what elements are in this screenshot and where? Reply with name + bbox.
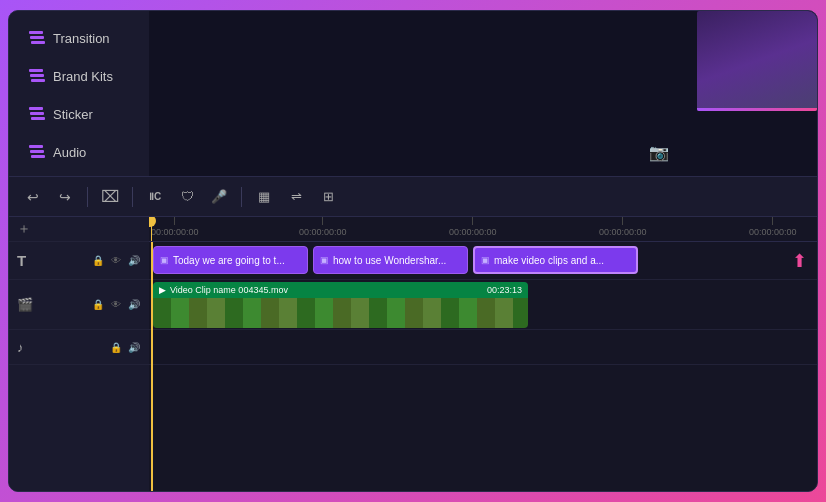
video-clip-header: ▶ Video Clip name 004345.mov 00:23:13 [153, 282, 528, 298]
brand-kits-icon [29, 68, 45, 84]
sidebar-item-brand-kits[interactable]: Brand Kits [15, 58, 143, 94]
timeline-content: 00:00:00:00 00:00:00:00 00:00:00:00 00:0… [149, 217, 817, 491]
video-clip-name: Video Clip name 004345.mov [170, 285, 288, 295]
video-track-audio[interactable]: 🔊 [127, 298, 141, 312]
crop-button[interactable]: ⌧ [96, 183, 124, 211]
playhead-line [151, 242, 153, 491]
video-track-label: 🎬 🔒 👁 🔊 [9, 280, 149, 330]
video-clip-play-icon: ▶ [159, 285, 166, 295]
video-clip-frames [153, 298, 528, 328]
subtitle-clip-3-icon: ▣ [481, 255, 490, 265]
layout-button[interactable]: ▦ [250, 183, 278, 211]
ruler-label-1: 00:00:00:00 [299, 227, 347, 237]
audio-track-lock[interactable]: 🔒 [109, 340, 123, 354]
copy-button[interactable]: ⊞ [314, 183, 342, 211]
camera-icon: 📷 [649, 143, 669, 162]
cursor-icon: ⬆ [792, 250, 807, 272]
sidebar-item-transition[interactable]: Transition [15, 20, 143, 56]
video-track-controls: 🔒 👁 🔊 [91, 298, 141, 312]
app-container: Transition Brand Kits Sticker Audio [8, 10, 818, 492]
top-section: Transition Brand Kits Sticker Audio [9, 11, 817, 176]
add-track-icon[interactable]: ＋ [17, 220, 31, 238]
ruler-tick-0: 00:00:00:00 [151, 217, 199, 237]
ruler-tick-1: 00:00:00:00 [299, 217, 347, 237]
toolbar: ↩ ↪ ⌧ ⅡC 🛡 🎤 ▦ ⇌ ⊞ [9, 177, 817, 217]
ruler-label-0: 00:00:00:00 [151, 227, 199, 237]
text-track-audio[interactable]: 🔊 [127, 254, 141, 268]
add-track-row[interactable]: ＋ [9, 217, 149, 242]
sidebar-item-audio-label: Audio [53, 145, 86, 160]
subtitle-clip-3[interactable]: ▣ make video clips and a... [473, 246, 638, 274]
connect-button[interactable]: ⇌ [282, 183, 310, 211]
sidebar-item-audio[interactable]: Audio [15, 134, 143, 170]
split-button[interactable]: ⅡC [141, 183, 169, 211]
undo-button[interactable]: ↩ [19, 183, 47, 211]
text-track-controls: 🔒 👁 🔊 [91, 254, 141, 268]
subtitle-clip-2-text: how to use Wondershar... [333, 255, 446, 266]
toolbar-divider-3 [241, 187, 242, 207]
audio-icon [29, 144, 45, 160]
ruler-tick-2: 00:00:00:00 [449, 217, 497, 237]
text-track-eye[interactable]: 👁 [109, 254, 123, 268]
ruler-label-3: 00:00:00:00 [599, 227, 647, 237]
audio-track-icon: ♪ [17, 340, 24, 355]
video-clip[interactable]: ▶ Video Clip name 004345.mov 00:23:13 [153, 282, 528, 328]
track-labels: ＋ T 🔒 👁 🔊 🎬 🔒 👁 🔊 [9, 217, 149, 491]
subtitle-clip-3-text: make video clips and a... [494, 255, 604, 266]
subtitle-track: ▣ Today we are going to t... ▣ how to us… [149, 242, 817, 280]
shield-button[interactable]: 🛡 [173, 183, 201, 211]
text-track-icon: T [17, 252, 26, 269]
sticker-icon [29, 106, 45, 122]
audio-track-label: ♪ 🔒 🔊 [9, 330, 149, 365]
timeline-section: ＋ T 🔒 👁 🔊 🎬 🔒 👁 🔊 [9, 217, 817, 491]
sidebar-item-transition-label: Transition [53, 31, 110, 46]
audio-track-controls: 🔒 🔊 [109, 340, 141, 354]
video-track: ▶ Video Clip name 004345.mov 00:23:13 [149, 280, 817, 330]
video-clip-duration: 00:23:13 [487, 285, 522, 295]
subtitle-clip-1-text: Today we are going to t... [173, 255, 285, 266]
text-track-lock[interactable]: 🔒 [91, 254, 105, 268]
sidebar-item-sticker-label: Sticker [53, 107, 93, 122]
video-track-eye[interactable]: 👁 [109, 298, 123, 312]
toolbar-divider-2 [132, 187, 133, 207]
sidebar-item-sticker[interactable]: Sticker [15, 96, 143, 132]
subtitle-clip-2[interactable]: ▣ how to use Wondershar... [313, 246, 468, 274]
subtitle-clip-1-icon: ▣ [160, 255, 169, 265]
subtitle-clip-2-icon: ▣ [320, 255, 329, 265]
subtitle-clip-1[interactable]: ▣ Today we are going to t... [153, 246, 308, 274]
preview-area: 📷 [149, 11, 817, 176]
mic-button[interactable]: 🎤 [205, 183, 233, 211]
sidebar: Transition Brand Kits Sticker Audio [9, 11, 149, 176]
sidebar-item-brand-kits-label: Brand Kits [53, 69, 113, 84]
video-track-icon: 🎬 [17, 297, 33, 312]
transition-icon [29, 30, 45, 46]
toolbar-divider-1 [87, 187, 88, 207]
tracks-area: ▣ Today we are going to t... ▣ how to us… [149, 242, 817, 491]
audio-track-audio-ctrl[interactable]: 🔊 [127, 340, 141, 354]
timeline-ruler: 00:00:00:00 00:00:00:00 00:00:00:00 00:0… [149, 217, 817, 242]
ruler-tick-4: 00:00:00:00 [749, 217, 797, 237]
ruler-label-4: 00:00:00:00 [749, 227, 797, 237]
video-track-lock[interactable]: 🔒 [91, 298, 105, 312]
ruler-tick-3: 00:00:00:00 [599, 217, 647, 237]
preview-thumbnail [697, 11, 817, 111]
audio-track-row [149, 330, 817, 365]
ruler-label-2: 00:00:00:00 [449, 227, 497, 237]
redo-button[interactable]: ↪ [51, 183, 79, 211]
text-track-label: T 🔒 👁 🔊 [9, 242, 149, 280]
